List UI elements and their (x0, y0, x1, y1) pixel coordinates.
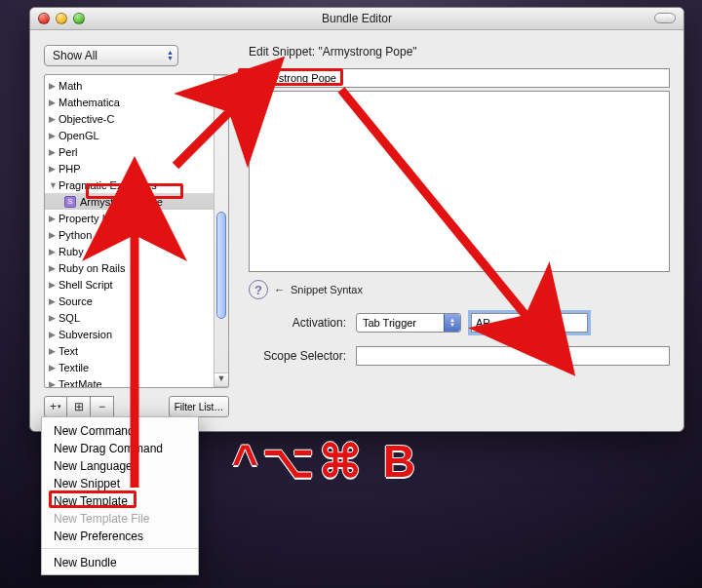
tree-item-label: TextMate (58, 378, 102, 388)
tree-item-label: Property List (58, 213, 119, 224)
tree-item-bundle[interactable]: ▶Subversion (45, 326, 214, 342)
menu-item[interactable]: New Language (42, 456, 198, 474)
scope-selector-input[interactable] (356, 346, 670, 366)
menu-item: New Template File (42, 509, 198, 527)
snippet-name-input[interactable] (249, 68, 670, 88)
tab-trigger-input[interactable] (471, 313, 588, 333)
popup-arrows-icon: ▲▼ (167, 50, 174, 61)
add-context-menu: New CommandNew Drag CommandNew LanguageN… (41, 416, 199, 575)
tree-item-bundle[interactable]: ▶Mathematica (45, 94, 214, 110)
tree-item-bundle[interactable]: ▶Shell Script (45, 276, 214, 293)
tree-item-label: Pragmatic Examples (58, 179, 157, 191)
filter-list-button[interactable]: Filter List… (169, 396, 229, 417)
traffic-lights (38, 13, 85, 24)
edit-heading-name: "Armystrong Pope" (318, 45, 416, 59)
minimize-button[interactable] (56, 13, 67, 24)
tree-item-bundle[interactable]: ▶Property List (45, 210, 214, 226)
activation-mode-popup[interactable]: Tab Trigger ▲▼ (356, 313, 461, 333)
snippet-body-textarea[interactable] (249, 91, 670, 272)
disclosure-right-icon[interactable]: ▶ (49, 98, 58, 107)
tree-item-label: Objective-C (58, 113, 114, 125)
scroll-thumb[interactable] (216, 212, 226, 319)
disclosure-right-icon[interactable]: ▶ (49, 296, 58, 306)
disclosure-right-icon[interactable]: ▶ (49, 313, 58, 323)
disclosure-right-icon[interactable]: ▶ (49, 214, 58, 223)
disclosure-right-icon[interactable]: ▶ (49, 247, 58, 256)
tree-item-bundle[interactable]: ▶SQL (45, 309, 214, 326)
add-button[interactable]: +▾ (44, 396, 67, 417)
tree-item-bundle[interactable]: ▶Python (45, 226, 214, 243)
scope-label: Scope Selector: (249, 349, 346, 363)
tree-item-label: Mathematica (58, 97, 120, 108)
tree-item-label: Textile (58, 362, 89, 373)
filter-popup[interactable]: Show All ▲▼ (44, 45, 178, 66)
disclosure-right-icon[interactable]: ▶ (49, 379, 58, 388)
disclosure-right-icon[interactable]: ▶ (49, 346, 58, 356)
annotation-shortcut-text: ^⌥⌘ B (232, 435, 419, 488)
tree-item-bundle[interactable]: ▶Math (45, 77, 214, 94)
right-pane: Edit Snippet: "Armystrong Pope" ? ← Snip… (249, 45, 670, 417)
popup-arrows-icon: ▲▼ (444, 314, 460, 332)
menu-item[interactable]: New Drag Command (42, 439, 198, 456)
help-row: ? ← Snippet Syntax (249, 280, 670, 299)
zoom-button[interactable] (73, 13, 85, 24)
tree-item-label: Ruby (58, 246, 84, 257)
left-pane: Show All ▲▼ ▶Math▶Mathematica▶Objective-… (44, 45, 229, 417)
tree-item-bundle[interactable]: ▶OpenGL (45, 127, 214, 143)
disclosure-right-icon[interactable]: ▶ (49, 81, 58, 91)
disclosure-right-icon[interactable]: ▶ (49, 131, 58, 140)
remove-button[interactable]: − (91, 396, 114, 417)
tree-item-bundle[interactable]: ▶Text (45, 342, 214, 359)
tree-item-bundle[interactable]: ▶Ruby on Rails (45, 259, 214, 276)
tree-item-bundle[interactable]: ▶Perl (45, 143, 214, 160)
add-group-button[interactable]: ⊞ (67, 396, 91, 417)
tree-item-bundle[interactable]: ▶TextMate (45, 375, 214, 387)
window-content: Show All ▲▼ ▶Math▶Mathematica▶Objective-… (44, 45, 670, 417)
disclosure-right-icon[interactable]: ▶ (49, 147, 58, 157)
filter-popup-label: Show All (53, 49, 98, 62)
plus-icon: + (50, 400, 57, 413)
tree-item-label: Armystrong Pope (80, 196, 163, 208)
menu-item[interactable]: New Snippet (42, 474, 198, 491)
tree-item-label: PHP (58, 163, 81, 175)
close-button[interactable] (38, 13, 50, 24)
tree-item-label: Subversion (58, 329, 112, 340)
disclosure-right-icon[interactable]: ▶ (49, 363, 58, 372)
tree-item-label: Shell Script (58, 279, 113, 291)
tree-item-bundle[interactable]: ▶Objective-C (45, 110, 214, 127)
disclosure-right-icon[interactable]: ▶ (49, 164, 58, 174)
tree-item-snippet[interactable]: SArmystrong Pope (45, 193, 214, 210)
tree-item-label: Python (58, 229, 92, 241)
tree-item-label: Perl (58, 146, 78, 158)
menu-item[interactable]: New Command (42, 421, 198, 439)
disclosure-right-icon[interactable]: ▶ (49, 114, 58, 124)
disclosure-right-icon[interactable]: ▶ (49, 230, 58, 240)
activation-label: Activation: (249, 316, 346, 330)
bundle-tree: ▶Math▶Mathematica▶Objective-C▶OpenGL▶Per… (44, 74, 229, 388)
menu-item[interactable]: New Preferences (42, 527, 198, 544)
tree-item-bundle[interactable]: ▶Textile (45, 359, 214, 375)
tree-item-bundle[interactable]: ▶Source (45, 293, 214, 309)
scroll-up-button[interactable]: ▲ (214, 75, 228, 90)
toolbar-toggle[interactable] (654, 13, 676, 23)
disclosure-right-icon[interactable]: ▶ (49, 280, 58, 290)
help-label: Snippet Syntax (291, 284, 363, 295)
tree-item-label: Source (58, 295, 93, 307)
disclosure-down-icon[interactable]: ▼ (49, 180, 58, 190)
menu-item[interactable]: New Template (42, 491, 198, 509)
scroll-down-button[interactable]: ▼ (214, 372, 228, 387)
help-icon[interactable]: ? (249, 280, 268, 299)
disclosure-right-icon[interactable]: ▶ (49, 330, 58, 339)
disclosure-right-icon[interactable]: ▶ (49, 263, 58, 273)
tree-item-bundle[interactable]: ▶PHP (45, 160, 214, 176)
tree-item-bundle[interactable]: ▼Pragmatic Examples (45, 176, 214, 193)
scope-row: Scope Selector: (249, 346, 670, 366)
tree-item-label: Math (58, 80, 82, 92)
menu-item[interactable]: New Bundle (42, 553, 198, 570)
help-arrow-icon: ← (274, 284, 285, 295)
edit-heading: Edit Snippet: "Armystrong Pope" (249, 45, 670, 59)
snippet-icon: S (64, 196, 76, 208)
tree-item-label: OpenGL (58, 130, 99, 141)
scrollbar[interactable]: ▲ ▼ (214, 75, 228, 387)
tree-item-bundle[interactable]: ▶Ruby (45, 243, 214, 259)
